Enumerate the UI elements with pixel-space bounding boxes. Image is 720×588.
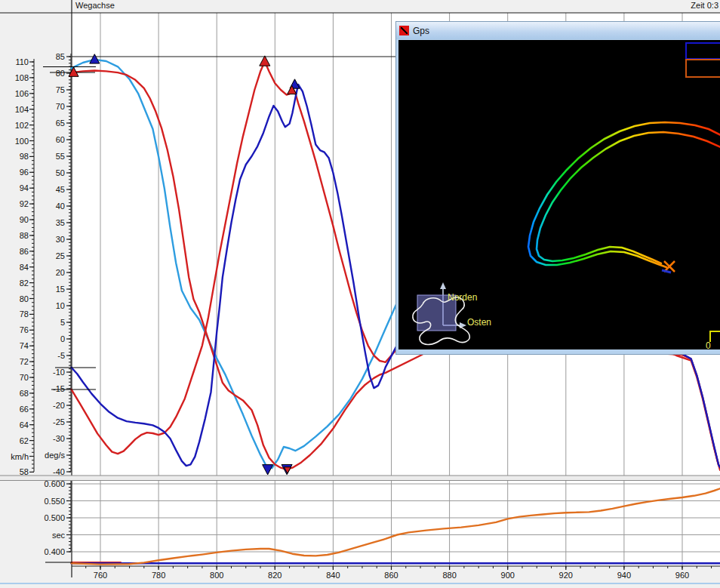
x-axis-tick-label: 940 [617, 571, 631, 580]
y-axis-tick-label: 82 [20, 279, 29, 288]
y-axis-tick-label: 35 [56, 218, 65, 227]
y-axis-tick-label: 72 [20, 357, 29, 366]
y-axis-tick-label: 70 [20, 373, 29, 382]
y-axis-tick-label: 40 [56, 202, 65, 211]
y-axis-tick-label: 30 [56, 235, 65, 244]
y-axis-tick-label: 84 [20, 263, 29, 272]
y-axis-tick-label: 102 [15, 121, 29, 130]
y-axis-tick-label: 100 [15, 137, 29, 146]
y-axis-tick-label: 76 [20, 325, 29, 334]
y-axis-tick-label: 88 [20, 231, 29, 240]
y-axis-tick-label: 75 [56, 85, 65, 94]
gps-window-titlebar[interactable]: Gps [396, 22, 720, 39]
y-axis-tick-label: 74 [20, 341, 29, 350]
y-axis-tick-label: deg/s [45, 451, 65, 460]
gps-track-inner-line [537, 132, 720, 263]
y-axis-tick-label: -5 [57, 351, 65, 360]
x-axis-tick-label: 960 [675, 571, 689, 580]
y-axis-tick-label: 20 [56, 268, 65, 277]
y-axis-tick-label: 0 [60, 334, 65, 343]
x-axis-tick-label: 760 [94, 571, 107, 580]
north-arrow-icon [440, 282, 446, 289]
y-axis-tick-label: 65 [56, 119, 65, 128]
y-axis-tick-label: km/h [11, 452, 29, 461]
x-axis-tick-label: 800 [210, 571, 223, 580]
y-axis-tick-label: 104 [15, 105, 29, 114]
y-axis-tick-label: 60 [56, 135, 65, 144]
gps-window-icon [399, 26, 409, 35]
y-axis-tick-label: -10 [53, 368, 65, 377]
y-axis-tick-label: 58 [20, 467, 29, 476]
legend-box-orange [686, 60, 720, 77]
y-axis-tick-label: 45 [56, 185, 65, 194]
y-axis-tick-label: 92 [20, 199, 29, 208]
y-axis-tick-label: 106 [15, 89, 29, 98]
y-axis-tick-label: 78 [20, 309, 29, 319]
y-axis-tick-label: 80 [56, 69, 65, 78]
y-axis-tick-label: -20 [53, 401, 65, 410]
x-axis-tick-label: 840 [326, 571, 340, 580]
y-axis-tick-label: 15 [56, 285, 65, 294]
scale-bracket-icon [710, 331, 720, 342]
x-axis-tick-label: 780 [152, 571, 165, 580]
bottom-plot-bg [72, 481, 720, 566]
y-axis-tick-label: 0.600 [44, 479, 65, 488]
x-axis-tick-label: 820 [268, 571, 282, 580]
y-axis-tick-label: 94 [20, 183, 29, 192]
y-axis-tick-label: 0.400 [44, 547, 65, 556]
legend-box-blue [686, 43, 720, 59]
north-label: Norden [448, 292, 477, 303]
x-axis-tick-label: 860 [384, 571, 398, 580]
x-axis-tick-label: 920 [559, 571, 573, 580]
y-axis-tick-label: -25 [53, 417, 65, 426]
y-axis-tick-label: 55 [56, 152, 65, 161]
gps-track-canvas: NordenOsten0 [398, 40, 720, 349]
east-label: Osten [467, 317, 491, 328]
y-axis-tick-label: 98 [20, 152, 29, 161]
scale-zero-label: 0 [706, 340, 711, 349]
y-axis-tick-label: sec [52, 531, 66, 540]
chart-separator [0, 476, 720, 481]
app-window: Wegachse Zeit 0:3 1101081061041021009896… [0, 0, 720, 588]
x-axis-tick-label: 900 [501, 571, 515, 580]
gps-start-tick-icon [662, 270, 671, 272]
y-axis-tick-label: 110 [15, 57, 29, 66]
y-axis-tick-label: 50 [56, 168, 65, 177]
y-axis-tick-label: 66 [20, 405, 29, 414]
y-axis-tick-label: 0.500 [44, 513, 65, 522]
y-axis-tick-label: 62 [20, 436, 29, 445]
y-axis-tick-label: -30 [53, 434, 65, 443]
x-axis-tick-label: 880 [442, 571, 456, 580]
y-axis-tick-label: 96 [20, 168, 29, 177]
y-axis-tick-label: 108 [15, 73, 29, 82]
y-axis-tick-label: 85 [56, 52, 65, 61]
y-axis-tick-label: 10 [56, 301, 65, 310]
y-axis-tick-label: 80 [20, 294, 29, 303]
gps-window: Gps NordenOsten0 [395, 21, 720, 355]
y-axis-tick-label: -40 [53, 467, 65, 476]
y-axis-tick-label: 5 [60, 318, 65, 327]
y-axis-tick-label: 86 [20, 247, 29, 256]
y-axis-tick-label: 70 [56, 102, 65, 111]
y-axis-tick-label: 90 [20, 215, 29, 224]
y-axis-tick-label: 68 [20, 389, 29, 398]
gps-window-title: Gps [413, 26, 429, 36]
gps-map-area[interactable]: NordenOsten0 [398, 40, 720, 349]
y-axis-tick-label: 64 [20, 420, 29, 429]
y-axis-tick-label: 25 [56, 251, 65, 260]
y-axis-tick-label: 0.550 [44, 497, 65, 506]
y-axis-tick-label: -15 [53, 384, 65, 393]
